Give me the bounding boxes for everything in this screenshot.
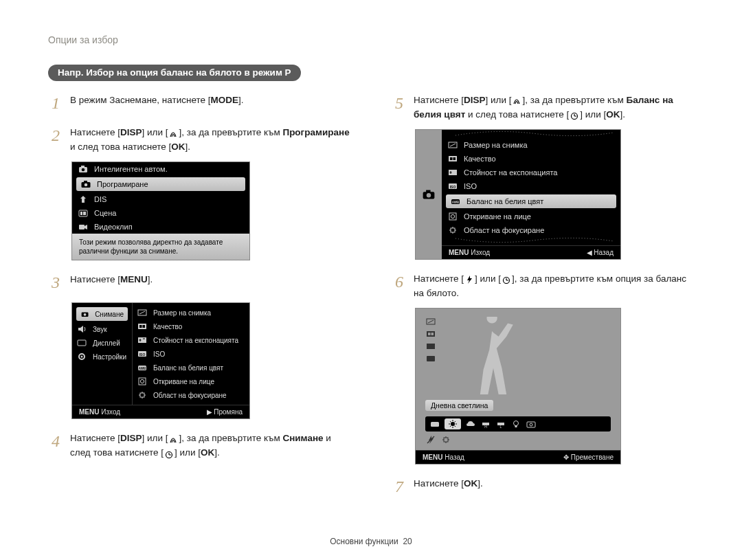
list-item: ISOISO [133,347,249,361]
fluorescent-l-icon: L [495,419,506,429]
label: Качество [464,155,496,163]
step-number: 2 [48,123,63,155]
svg-rect-33 [449,156,457,161]
list-item: Откриване на лице [133,374,249,388]
list-item: ISOISO [442,179,620,193]
svg-rect-7 [80,212,82,215]
macro-icon [168,434,179,443]
columns: 1 В режим Заснемане, натиснете [MODE]. 2… [48,91,694,506]
label: ISO [153,350,165,358]
step-5: 5 Натиснете [DISP] или [], за да превърт… [392,91,694,122]
svg-text:AWB: AWB [139,367,146,370]
example-pill: Напр. Избор на опция баланс на бялото в … [48,65,301,81]
face-icon [137,377,148,386]
label: Изход [101,408,120,416]
list-item: Стойност на експонацията [442,166,620,179]
label: Снимане [95,311,124,318]
screen-wb-picker: Дневна светлина H L MENU Назад ✥ Прем [415,308,621,464]
list-item: Сцена [72,206,249,220]
list-item: Качество [442,152,620,166]
svg-rect-41 [449,213,456,220]
iso-icon: ISO [137,349,148,359]
label: Сцена [94,209,116,217]
svg-point-57 [514,421,519,425]
list-item: Качество [133,320,249,333]
label: Звук [93,326,107,333]
svg-rect-50 [427,356,435,361]
af-area-icon [137,390,148,400]
size-icon [425,317,436,326]
sound-icon [76,324,87,334]
list-item-selected: Програмиране [76,177,245,191]
macro-icon [511,96,522,104]
svg-rect-59 [527,422,535,427]
page-number: 20 [403,537,412,546]
svg-rect-46 [427,331,435,337]
step-number: 7 [392,474,407,500]
svg-rect-2 [81,166,85,168]
svg-point-30 [427,193,431,197]
list-item: Интелигентен автом. [72,162,249,176]
flash-off-icon [425,435,436,445]
fluorescent-h-icon: H [480,419,491,429]
tungsten-icon [510,419,521,429]
display-icon [76,338,87,348]
wb-selected-label: Дневна светлина [425,400,493,411]
screen-mode-select: Интелигентен автом. Програмиране DIS Сце… [71,161,250,260]
program-icon [80,179,91,189]
svg-rect-26 [140,393,144,397]
label: Назад [445,453,464,461]
label: Размер на снимка [153,309,211,317]
ev-icon [425,341,436,351]
af-area-icon [447,225,458,235]
menu-right-pane: Размер на снимка Качество Стойност на ек… [133,303,249,405]
svg-rect-17 [139,325,142,328]
step-text: Натиснете [DISP] или [], за да превъртит… [414,91,694,122]
foot-right: ▶ Промяна [207,408,243,416]
screen-footer: MENU Назад ✥ Преместване [416,450,620,464]
list-item: Област на фокусиране [442,223,620,237]
mode-description: Този режим позволява директно да задават… [72,234,249,260]
awb-icon [429,419,440,429]
text: ] или [ [142,433,168,443]
kbd-mode: MODE [211,95,239,105]
iso-icon [425,354,436,363]
foot-right: ◀ Назад [587,249,614,256]
kbd-menu: MENU [449,249,469,256]
text: Натиснете [ [70,274,120,284]
label: Дисплей [93,339,120,347]
quality-icon [425,329,436,339]
text: ], за да превъртите към [179,127,282,137]
svg-rect-62 [444,438,448,442]
text: и след това натиснете [ [465,109,569,120]
step-number: 3 [48,270,63,295]
svg-rect-34 [450,157,453,160]
text: ] или [ [486,95,512,105]
text: ]. [214,447,220,458]
menu-left-pane: Снимане Звук Дисплей Настройки [72,303,133,405]
svg-rect-35 [453,157,456,160]
quality-icon [137,322,148,331]
foot-left: MENU Назад [423,453,464,461]
svg-point-52 [451,422,455,426]
label: Назад [594,249,614,256]
sun-icon [447,419,458,429]
wb-option-strip: H L [425,416,611,432]
label: Стойност на експонацията [153,337,238,344]
text: ] или [ [475,273,501,284]
list-item: DIS [72,192,249,206]
label: Настройки [93,353,126,361]
text: ], за да превъртите към [522,95,626,105]
kbd-ok: OK [171,142,185,152]
screen-footer: MENU Изход ▶ Промяна [72,405,249,418]
ev-icon [447,168,458,177]
label: Програмиране [97,180,148,188]
kbd-ok: OK [464,478,477,489]
svg-rect-49 [427,344,435,349]
label: Интелигентен автом. [94,165,168,173]
label: Област на фокусиране [153,392,227,399]
step-text: Натиснете [MENU]. [70,270,350,295]
svg-rect-5 [84,181,87,183]
step-text: Натиснете [OK]. [414,474,694,500]
footer-label: Основни функции [330,537,398,546]
